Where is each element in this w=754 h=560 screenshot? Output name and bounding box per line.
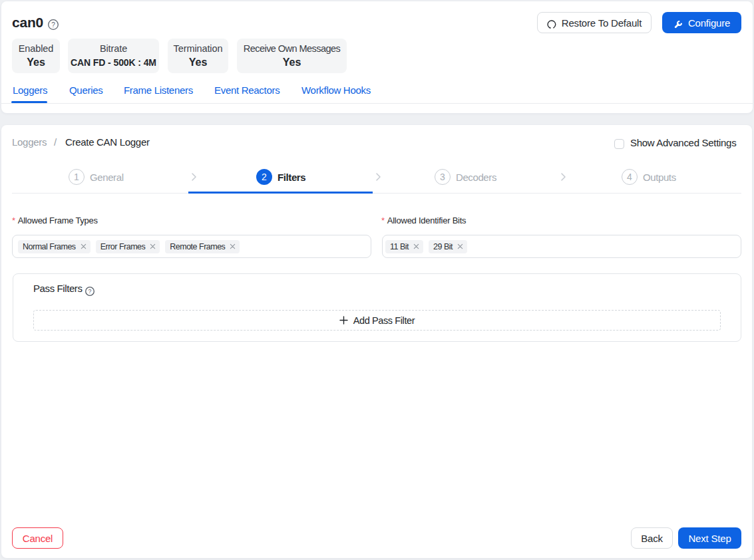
svg-text:?: ? bbox=[89, 288, 92, 295]
svg-text:?: ? bbox=[51, 21, 55, 29]
